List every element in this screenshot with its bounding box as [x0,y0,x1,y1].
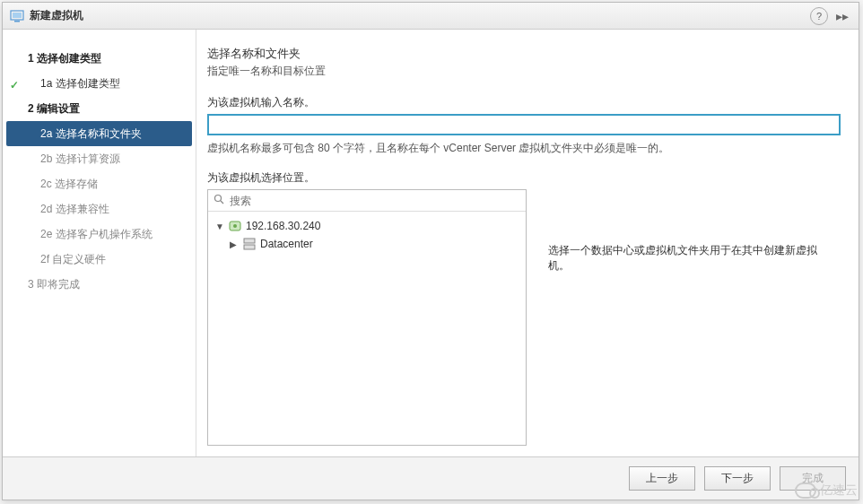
location-tree-panel: ▼ 192.168.30.240 ▶ Datacenter [207,189,527,446]
step-2d[interactable]: 2d 选择兼容性 [3,196,196,222]
step-num: 2e [40,228,52,240]
chevron-right-icon[interactable]: ▶ [230,239,239,249]
svg-line-4 [221,201,223,204]
step-num: 2c [40,178,52,190]
step-2c[interactable]: 2c 选择存储 [3,171,196,196]
step-2a[interactable]: 2a 选择名称和文件夹 [6,121,192,146]
svg-rect-2 [14,21,20,22]
step-label: 选择计算资源 [56,152,120,165]
step-1a[interactable]: ✓ 1a 选择创建类型 [3,71,196,96]
info-panel: 选择一个数据中心或虚拟机文件夹用于在其中创建新虚拟机。 [539,189,841,446]
step-2f[interactable]: 2f 自定义硬件 [3,247,196,272]
next-button[interactable]: 下一步 [704,466,771,491]
name-hint: 虚拟机名称最多可包含 80 个字符，且名称在每个 vCenter Server … [207,141,841,156]
step-label: 选择客户机操作系统 [56,228,153,240]
tree-datacenter[interactable]: ▶ Datacenter [212,235,522,253]
content-panel: 选择名称和文件夹 指定唯一名称和目标位置 为该虚拟机输入名称。 虚拟机名称最多可… [196,30,859,456]
step-num: 2a [40,127,52,140]
step-num: 3 [28,278,34,291]
new-vm-dialog: 新建虚拟机 ? ▸▸ 1 选择创建类型 ✓ 1a 选择创建类型 2 编辑设置 2… [2,2,859,500]
chevron-down-icon[interactable]: ▼ [215,222,224,231]
tree-root[interactable]: ▼ 192.168.30.240 [212,217,522,235]
step-label: 编辑设置 [37,102,80,115]
footer: 上一步 下一步 完成 [3,456,859,500]
step-label: 选择创建类型 [56,77,120,90]
wizard-sidebar: 1 选择创建类型 ✓ 1a 选择创建类型 2 编辑设置 2a 选择名称和文件夹 … [3,30,196,456]
step-num: 1 [28,52,34,65]
tree-body: ▼ 192.168.30.240 ▶ Datacenter [208,212,526,445]
dialog-title: 新建虚拟机 [30,8,83,23]
search-row [208,190,526,212]
name-label: 为该虚拟机输入名称。 [207,95,841,110]
location-label: 为该虚拟机选择位置。 [207,170,841,186]
step-label: 选择存储 [55,178,98,190]
step-label: 自定义硬件 [52,253,106,265]
step-2b[interactable]: 2b 选择计算资源 [3,146,196,171]
svg-rect-7 [244,239,255,243]
page-heading: 选择名称和文件夹 [207,46,841,62]
check-icon: ✓ [10,76,19,94]
search-input[interactable] [230,195,520,207]
svg-rect-8 [244,245,255,249]
step-2[interactable]: 2 编辑设置 [3,96,196,121]
tree-node-label: 192.168.30.240 [246,220,320,232]
tree-node-label: Datacenter [260,238,313,250]
step-1[interactable]: 1 选择创建类型 [3,46,196,71]
dialog-body: 1 选择创建类型 ✓ 1a 选择创建类型 2 编辑设置 2a 选择名称和文件夹 … [3,30,859,456]
info-text: 选择一个数据中心或虚拟机文件夹用于在其中创建新虚拟机。 [548,243,832,274]
location-container: ▼ 192.168.30.240 ▶ Datacenter [207,189,841,446]
finish-button: 完成 [780,466,846,491]
step-label: 选择创建类型 [37,52,101,65]
help-icon[interactable]: ? [810,7,828,25]
step-num: 2b [40,152,52,165]
search-icon [214,194,224,207]
vm-icon [10,9,24,23]
step-3[interactable]: 3 即将完成 [3,272,196,297]
expand-icon[interactable]: ▸▸ [833,7,851,25]
back-button[interactable]: 上一步 [629,466,695,491]
svg-point-3 [215,196,222,202]
step-label: 选择名称和文件夹 [56,127,142,140]
svg-point-6 [233,224,237,228]
step-label: 选择兼容性 [56,203,109,215]
step-num: 2 [28,102,34,115]
step-num: 2d [40,203,52,215]
step-2e[interactable]: 2e 选择客户机操作系统 [3,222,196,247]
step-num: 1a [40,77,52,90]
step-num: 2f [40,253,49,265]
vcenter-icon [228,219,242,233]
titlebar: 新建虚拟机 ? ▸▸ [3,3,859,30]
vm-name-input[interactable] [207,114,841,135]
datacenter-icon [242,237,257,251]
svg-rect-1 [13,13,22,18]
step-label: 即将完成 [37,278,80,291]
page-subtitle: 指定唯一名称和目标位置 [207,64,841,79]
